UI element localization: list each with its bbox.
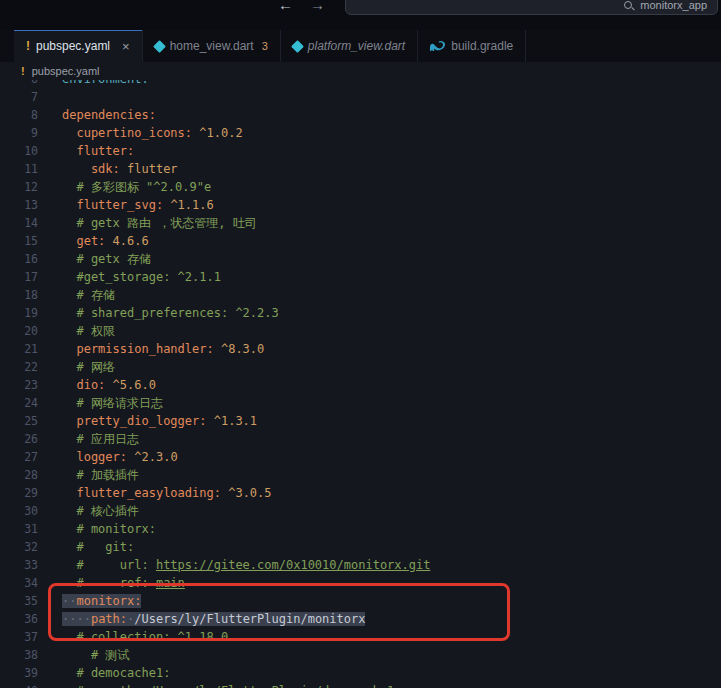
line-number: 39 [0,664,38,682]
code-text: # 加载插件 [62,466,139,484]
code-line: 23 dio: ^5.6.0 [0,376,721,394]
code-line: 9 cupertino_icons: ^1.0.2 [0,124,721,142]
forward-arrow-icon[interactable]: → [310,0,325,13]
line-number: 23 [0,376,38,394]
breadcrumb-filename: pubspec.yaml [32,65,100,77]
code-editor[interactable]: 6environment:78dependencies:9 cupertino_… [0,80,721,688]
dart-icon [291,40,304,53]
code-line: 36····path:·/Users/ly/FlutterPlugin/moni… [0,610,721,628]
tab-home-view-dart[interactable]: home_view.dart 3 [143,30,281,62]
code-token: logger: [62,450,127,464]
code-text: # 存储 [62,286,115,304]
code-line: 6environment: [0,80,721,88]
code-token: ^3.0.5 [221,486,272,500]
code-token: /Users/ly/FlutterPlugin/monitorx [134,612,365,626]
code-token: flutter [120,162,178,176]
code-line: 13 flutter_svg: ^1.1.6 [0,196,721,214]
tab-pubspec-yaml[interactable]: ! pubspec.yaml × [14,30,143,62]
code-line: 24 # 网络请求日志 [0,394,721,412]
code-line: 21 permission_handler: ^8.3.0 [0,340,721,358]
line-number: 24 [0,394,38,412]
code-token: #get_storage: ^2.1.1 [62,270,221,284]
line-number: 22 [0,358,38,376]
line-number: 8 [0,106,38,124]
tab-bar: ! pubspec.yaml × home_view.dart 3 platfo… [0,30,721,62]
title-bar: ← → monitorx_app [0,0,721,30]
code-line: 16 # getx 存储 [0,250,721,268]
code-token: main [156,576,185,590]
code-line: 7 [0,88,721,106]
line-number: 16 [0,250,38,268]
code-token: permission_handler: [62,342,214,356]
line-number: 38 [0,646,38,664]
code-line: 35··monitorx: [0,592,721,610]
tab-platform-view-dart[interactable]: platform_view.dart [281,30,418,62]
line-number: 17 [0,268,38,286]
code-text: # path: /Users/ly/FlutterPlugin/democach… [62,682,394,688]
code-line: 37 # collection: ^1.18.0 [0,628,721,646]
code-token: 4.6.6 [105,234,148,248]
code-token: # 网络 [62,360,115,374]
tab-label: platform_view.dart [308,39,405,53]
command-center-search[interactable]: monitorx_app [345,0,718,15]
code-line: 30 # 核心插件 [0,502,721,520]
code-text: dependencies: [62,106,156,124]
search-icon [624,0,634,10]
code-token: # 应用日志 [62,432,139,446]
code-line: 8dependencies: [0,106,721,124]
line-number: 32 [0,538,38,556]
code-token: # collection: ^1.18.0 [62,630,228,644]
code-token: # getx 存储 [62,252,151,266]
warning-icon: ! [21,65,25,77]
code-token: # shared_preferences: ^2.2.3 [62,306,279,320]
code-text: flutter_easyloading: ^3.0.5 [62,484,272,502]
code-line: 18 # 存储 [0,286,721,304]
code-text: ····path:·/Users/ly/FlutterPlugin/monito… [62,610,365,628]
code-text: # ref: main [62,574,185,592]
code-token: ·· [62,594,76,608]
code-text: # 应用日志 [62,430,139,448]
code-token: # 存储 [62,288,115,302]
code-token: path: [91,612,127,626]
line-number: 35 [0,592,38,610]
code-token: # ref: [62,576,156,590]
code-text: #get_storage: ^2.1.1 [62,268,221,286]
code-token: # 多彩图标 "^2.0.9"e [62,180,211,194]
code-line: 15 get: 4.6.6 [0,232,721,250]
code-lines: 6environment:78dependencies:9 cupertino_… [0,80,721,688]
line-number: 10 [0,142,38,160]
code-text: dio: ^5.6.0 [62,376,156,394]
line-number: 37 [0,628,38,646]
code-line: 22 # 网络 [0,358,721,376]
code-token: ···· [62,612,91,626]
tab-label: pubspec.yaml [36,39,110,53]
code-text: # shared_preferences: ^2.2.3 [62,304,279,322]
back-arrow-icon[interactable]: ← [278,0,293,13]
code-text: flutter_svg: ^1.1.6 [62,196,214,214]
code-line: 40 # path: /Users/ly/FlutterPlugin/democ… [0,682,721,688]
code-token: cupertino_icons: [62,126,192,140]
code-line: 25 pretty_dio_logger: ^1.3.1 [0,412,721,430]
code-token: ^1.0.2 [192,126,243,140]
breadcrumb[interactable]: ! pubspec.yaml [0,62,721,80]
line-number: 26 [0,430,38,448]
code-token: # path: /Users/ly/FlutterPlugin/democach… [62,684,394,688]
close-icon[interactable]: × [122,39,130,54]
code-token: pretty_dio_logger: [62,414,207,428]
code-token: # 权限 [62,324,115,338]
code-token: get: [62,234,105,248]
line-number: 33 [0,556,38,574]
line-number: 12 [0,178,38,196]
code-text: ··monitorx: [62,592,141,610]
code-text: cupertino_icons: ^1.0.2 [62,124,243,142]
code-text: # 网络请求日志 [62,394,163,412]
tab-build-gradle[interactable]: build.gradle [418,30,526,62]
line-number: 36 [0,610,38,628]
code-token: dependencies: [62,108,156,122]
line-number: 6 [0,80,38,88]
code-token: # url: [62,558,156,572]
code-token: ^8.3.0 [214,342,265,356]
code-token: ^1.3.1 [207,414,258,428]
vscode-window: ← → monitorx_app ! pubspec.yaml × home_v… [0,0,721,688]
code-text: # getx 路由 ，状态管理, 吐司 [62,214,257,232]
